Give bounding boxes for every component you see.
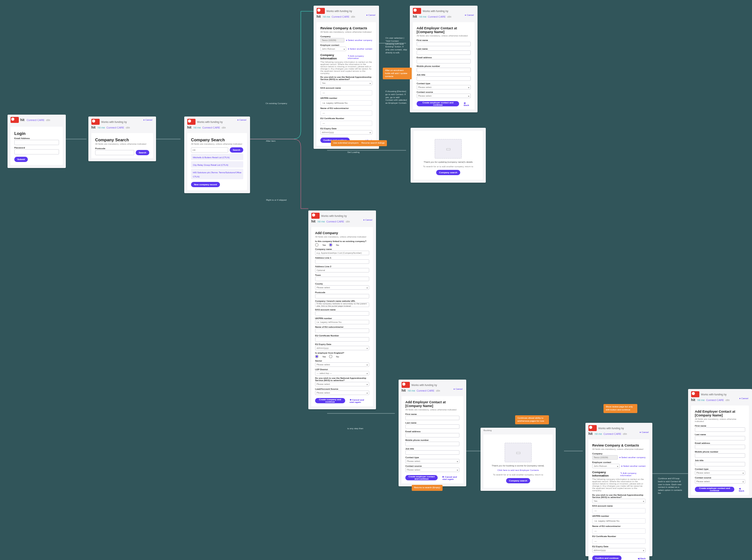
cancel-link[interactable]: ● Cancel bbox=[465, 14, 474, 16]
search-button[interactable]: Search bbox=[136, 150, 149, 155]
last-name-field[interactable] bbox=[405, 424, 459, 429]
england-radio-group[interactable]: Yes No bbox=[315, 355, 369, 358]
last-name-field[interactable] bbox=[695, 436, 745, 440]
first-name-field[interactable] bbox=[695, 427, 745, 432]
cancel-link[interactable]: ● Cancel bbox=[143, 119, 152, 121]
linked-radio-group[interactable]: Yes No bbox=[315, 243, 369, 247]
jobtitle-field[interactable] bbox=[405, 450, 459, 455]
flow-canvas: On existing Company Right to or if skipp… bbox=[0, 0, 752, 560]
edit-company-link[interactable]: ✎ Edit company information bbox=[348, 54, 372, 59]
email-field[interactable] bbox=[417, 59, 471, 64]
last-name-field[interactable] bbox=[417, 50, 471, 55]
town-field[interactable] bbox=[315, 277, 369, 281]
select-other-contact-link[interactable]: ● Select another contact bbox=[621, 465, 646, 467]
address2-field[interactable]: Optional bbox=[315, 268, 369, 272]
contact-type-select[interactable]: Please select bbox=[417, 85, 471, 89]
contact-source-select[interactable]: Please select bbox=[405, 468, 459, 472]
edit-company-link[interactable]: ✎ Edit company information bbox=[620, 472, 646, 477]
postcode-field[interactable] bbox=[315, 294, 369, 298]
new-company-button[interactable]: New company record bbox=[191, 182, 220, 187]
email-field[interactable] bbox=[695, 445, 745, 449]
cancel-button[interactable]: ✖ Cancel and start again bbox=[442, 475, 459, 480]
radio-yes-icon[interactable] bbox=[315, 243, 318, 247]
cancel-link[interactable]: ● Cancel bbox=[453, 388, 462, 390]
back-button[interactable]: ◀ Back bbox=[464, 101, 471, 106]
nas-select[interactable]: Please select bbox=[315, 382, 369, 386]
brand-logo-icon bbox=[402, 382, 410, 388]
mobile-field[interactable] bbox=[695, 453, 745, 458]
jobtitle-field[interactable] bbox=[695, 462, 745, 466]
select-other-company-link[interactable]: ● Select another company bbox=[346, 39, 372, 41]
contact-source-select[interactable]: Please select bbox=[695, 479, 745, 484]
first-name-field[interactable] bbox=[417, 42, 471, 46]
cancel-link[interactable]: ● Cancel bbox=[366, 14, 375, 16]
annotation: Use submitted employers bbox=[331, 140, 361, 146]
page-title: Add Employer Contact at [Company Name] bbox=[695, 410, 745, 417]
mobile-field[interactable] bbox=[405, 442, 459, 446]
company-search-button[interactable]: Company search bbox=[506, 478, 530, 483]
eu-date-field[interactable]: dd/mm/yyyy bbox=[315, 346, 369, 350]
cancel-link[interactable]: ● Cancel bbox=[640, 431, 649, 433]
contact-type-select[interactable]: Please select bbox=[405, 459, 459, 463]
date-select[interactable]: dd/mm/yyyy bbox=[320, 130, 372, 135]
employer-contact-select[interactable]: John Robson bbox=[592, 464, 620, 468]
confirm-button[interactable]: Confirm and continue bbox=[592, 555, 622, 560]
frame-add-contact: ● Cancel Works with funding by hithit me… bbox=[410, 6, 478, 112]
cancel-link[interactable]: ● Cancel bbox=[363, 219, 372, 221]
cancel-link[interactable]: ● Cancel bbox=[739, 397, 748, 400]
frame-thankyou: ▭ Thank you for updating [company name]'… bbox=[411, 128, 486, 183]
search-result[interactable]: City Relay Group Retail Ltd (CTLN) bbox=[191, 161, 243, 168]
email-field[interactable] bbox=[405, 433, 459, 437]
jobtitle-field[interactable] bbox=[417, 76, 471, 81]
postcode-field[interactable] bbox=[95, 150, 134, 155]
select-other-contact-link[interactable]: ● Select another contact bbox=[348, 48, 372, 50]
page-title: Add Employer Contact at [Company Name] bbox=[405, 400, 459, 408]
search-button[interactable]: Search bbox=[230, 147, 243, 153]
das-field[interactable] bbox=[315, 311, 369, 316]
contact-type-select[interactable]: Please select bbox=[695, 471, 745, 475]
eu-sub-field[interactable] bbox=[315, 328, 369, 333]
date-select[interactable]: dd/mm/yyyy bbox=[592, 548, 646, 552]
cancel-link[interactable]: ● Cancel bbox=[237, 119, 246, 121]
contact-source-select[interactable]: Please select bbox=[417, 94, 471, 98]
create-contact-button[interactable]: Create employer contact and continue bbox=[417, 101, 459, 106]
email-field[interactable] bbox=[14, 140, 59, 145]
create-contact-button[interactable]: Create employer contact and continue bbox=[695, 487, 734, 492]
create-contact-button[interactable]: Create employer contact and continue bbox=[405, 475, 438, 480]
frame-add-contact-2: ● Cancel Works with funding by hithit me… bbox=[399, 380, 466, 486]
url-field[interactable]: If this company website is secondary to … bbox=[315, 303, 369, 307]
lep-select[interactable]: — select lep — bbox=[315, 371, 369, 375]
brand-logo-icon bbox=[588, 425, 597, 431]
cancel-button[interactable]: ✖ Cancel and start again bbox=[350, 398, 369, 403]
search-result[interactable]: Mitchells & Butlers Retail Ltd (CTLN) bbox=[191, 154, 243, 160]
address1-field[interactable] bbox=[315, 259, 369, 264]
company-name-field[interactable]: e.g. Apprenticeships I Ltd (CompanyNumbe… bbox=[315, 251, 369, 255]
create-company-button[interactable]: Create company and continue bbox=[315, 398, 345, 403]
sector-select[interactable]: Please select bbox=[315, 362, 369, 367]
lead-select[interactable]: Please select bbox=[315, 390, 369, 395]
postcode-field[interactable]: mit bbox=[191, 147, 228, 153]
county-select[interactable]: Please select bbox=[315, 285, 369, 290]
first-name-field[interactable] bbox=[405, 416, 459, 420]
back-button[interactable]: ◀ Back bbox=[739, 487, 745, 492]
page-title: Review Company & Contacts bbox=[592, 443, 646, 447]
add-contacts-link[interactable]: Click here to add next Employer Contacts bbox=[497, 469, 539, 471]
password-field[interactable] bbox=[14, 149, 59, 154]
brand-logo-icon bbox=[691, 391, 699, 397]
page-title: Review Company & Contacts bbox=[320, 26, 372, 30]
search-result[interactable]: HIS Solutions plc (Terms: Terms/Solution… bbox=[191, 169, 243, 179]
nas-select[interactable]: Yes bbox=[592, 499, 646, 503]
company-search-button[interactable]: Company search bbox=[436, 170, 460, 175]
nas-select[interactable]: Yes bbox=[320, 81, 372, 85]
submit-button[interactable]: Submit bbox=[14, 157, 28, 162]
radio-no-icon[interactable] bbox=[329, 355, 332, 358]
ukprn-field[interactable]: i.e. Legacy ref/House No. bbox=[315, 320, 369, 324]
eu-num-field[interactable] bbox=[315, 337, 369, 342]
back-button[interactable]: ◀ Back bbox=[638, 557, 646, 560]
select-other-company-link[interactable]: ● Select another company bbox=[619, 456, 646, 459]
radio-yes-icon[interactable] bbox=[315, 355, 318, 358]
employer-contact-select[interactable]: John Robson bbox=[320, 47, 346, 51]
mobile-field[interactable] bbox=[417, 68, 471, 72]
radio-no-icon[interactable] bbox=[329, 243, 332, 247]
edge-label: On existing Company bbox=[265, 102, 287, 104]
